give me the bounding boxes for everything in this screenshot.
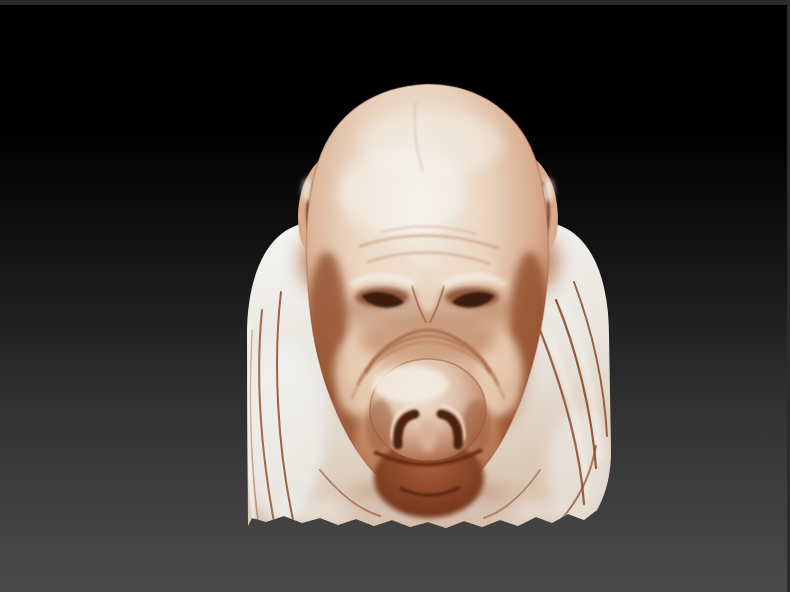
- window-top-edge: [0, 0, 790, 5]
- viewport-canvas[interactable]: [0, 0, 790, 592]
- snout-top-highlight: [372, 366, 448, 402]
- septum-ridge: [419, 420, 437, 452]
- snout-left-shade: [366, 400, 394, 452]
- snout-right-shade: [463, 400, 491, 452]
- app-window: [0, 0, 790, 592]
